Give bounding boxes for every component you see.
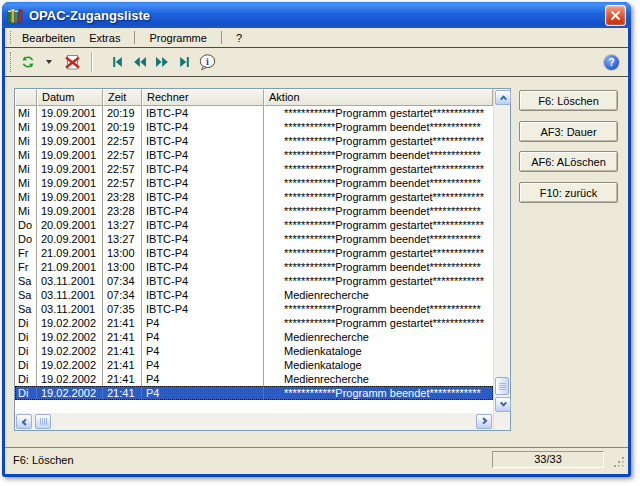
cell-time: 13:27: [103, 218, 142, 232]
refresh-button[interactable]: [18, 50, 38, 74]
refresh-dropdown-button[interactable]: [40, 50, 60, 74]
cell-action: Medienrecherche: [264, 330, 493, 344]
cell-time: 20:19: [103, 120, 142, 134]
f10-zurueck-button[interactable]: F10: zurück: [519, 182, 618, 203]
column-header-aktion[interactable]: Aktion: [264, 89, 493, 106]
table-row[interactable]: Mi19.09.200122:57IBTC-P4************Prog…: [15, 176, 493, 190]
table-row[interactable]: Fr21.09.200113:00IBTC-P4************Prog…: [15, 260, 493, 274]
table-row[interactable]: Do20.09.200113:27IBTC-P4************Prog…: [15, 232, 493, 246]
cell-date: 21.09.2001: [37, 246, 103, 260]
menu-extras[interactable]: Extras: [82, 30, 127, 46]
cell-time: 21:41: [103, 316, 142, 330]
column-header-datum[interactable]: Datum: [37, 89, 103, 106]
menu-bearbeiten[interactable]: Bearbeiten: [15, 30, 82, 46]
horizontal-scroll-thumb[interactable]: [35, 414, 51, 429]
chevron-up-icon: [499, 95, 506, 102]
cell-host: IBTC-P4: [142, 106, 264, 120]
table-row[interactable]: Mi19.09.200123:28IBTC-P4************Prog…: [15, 204, 493, 218]
help-button[interactable]: ?: [604, 55, 619, 70]
cell-day: Mi: [15, 106, 37, 120]
table-row[interactable]: Sa03.11.200107:34IBTC-P4Medienrecherche: [15, 288, 493, 302]
table-row[interactable]: Di19.02.200221:41P4************Programm …: [15, 386, 493, 400]
cell-day: Do: [15, 232, 37, 246]
table-row[interactable]: Fr21.09.200113:00IBTC-P4************Prog…: [15, 246, 493, 260]
cell-day: Mi: [15, 162, 37, 176]
horizontal-scroll-track[interactable]: [33, 414, 475, 429]
column-header-rechner[interactable]: Rechner: [142, 89, 264, 106]
table-row[interactable]: Mi19.09.200122:57IBTC-P4************Prog…: [15, 148, 493, 162]
scroll-down-button[interactable]: [495, 397, 511, 412]
cell-date: 20.09.2001: [37, 232, 103, 246]
cell-host: IBTC-P4: [142, 134, 264, 148]
cell-time: 07:34: [103, 288, 142, 302]
horizontal-scrollbar[interactable]: [15, 413, 493, 430]
scrollbar-corner: [494, 413, 510, 430]
cell-time: 13:27: [103, 232, 142, 246]
cell-day: Mi: [15, 176, 37, 190]
cell-time: 22:57: [103, 134, 142, 148]
next-record-button[interactable]: [152, 50, 172, 74]
cell-action: Medienrecherche: [264, 372, 493, 386]
table-row[interactable]: Mi19.09.200120:19IBTC-P4************Prog…: [15, 106, 493, 120]
f6-loeschen-button[interactable]: F6: Löschen: [519, 90, 618, 111]
cell-action: ************Programm beendet************: [264, 120, 493, 134]
first-record-button[interactable]: [108, 50, 128, 74]
menubar-grip[interactable]: [10, 31, 11, 44]
menu-help[interactable]: ?: [229, 30, 249, 46]
cell-action: ************Programm gestartet**********…: [264, 190, 493, 204]
cell-time: 21:41: [103, 372, 142, 386]
vertical-scroll-thumb[interactable]: [495, 377, 509, 395]
vertical-scrollbar[interactable]: [493, 89, 510, 430]
first-record-icon: [110, 54, 126, 70]
scroll-left-button[interactable]: [16, 414, 32, 429]
table-row[interactable]: Sa03.11.200107:35IBTC-P4************Prog…: [15, 302, 493, 316]
table-row[interactable]: Di19.02.200221:41P4Medienkataloge: [15, 358, 493, 372]
scroll-right-button[interactable]: [476, 414, 492, 429]
delete-record-button[interactable]: [62, 50, 83, 74]
table-row[interactable]: Do20.09.200113:27IBTC-P4************Prog…: [15, 218, 493, 232]
cell-host: P4: [142, 372, 264, 386]
info-button[interactable]: i: [196, 50, 219, 74]
cell-time: 13:00: [103, 260, 142, 274]
cell-date: 19.02.2002: [37, 372, 103, 386]
resize-grip-icon[interactable]: [613, 456, 625, 468]
titlebar[interactable]: OPAC-Zugangsliste: [2, 2, 631, 28]
menu-programme[interactable]: Programme: [142, 30, 213, 46]
table-row[interactable]: Di19.02.200221:41P4************Programm …: [15, 316, 493, 330]
cell-time: 07:35: [103, 302, 142, 316]
app-window: OPAC-Zugangsliste Bearbeiten Extras Prog…: [2, 2, 631, 477]
cell-date: 19.09.2001: [37, 106, 103, 120]
af6-aloeschen-button[interactable]: AF6: ALöschen: [519, 151, 618, 172]
column-header-day[interactable]: [15, 89, 37, 106]
table-row[interactable]: Sa03.11.200107:34IBTC-P4************Prog…: [15, 274, 493, 288]
cell-day: Mi: [15, 148, 37, 162]
cell-host: P4: [142, 330, 264, 344]
vertical-scroll-track[interactable]: [495, 106, 509, 396]
cell-action: ************Programm gestartet**********…: [264, 162, 493, 176]
cell-time: 21:41: [103, 344, 142, 358]
cell-date: 19.02.2002: [37, 344, 103, 358]
cell-date: 03.11.2001: [37, 274, 103, 288]
column-header-zeit[interactable]: Zeit: [103, 89, 142, 106]
table-row[interactable]: Di19.02.200221:41P4Medienkataloge: [15, 344, 493, 358]
af3-dauer-button[interactable]: AF3: Dauer: [519, 121, 618, 142]
last-record-button[interactable]: [174, 50, 194, 74]
close-button[interactable]: [605, 5, 626, 26]
table-row[interactable]: Mi19.09.200120:19IBTC-P4************Prog…: [15, 120, 493, 134]
cell-action: Medienrecherche: [264, 288, 493, 302]
scroll-up-button[interactable]: [495, 90, 511, 105]
cell-date: 19.09.2001: [37, 162, 103, 176]
status-hint: F6: Löschen: [13, 454, 74, 466]
chevron-right-icon: [480, 417, 487, 424]
table-row[interactable]: Di19.02.200221:41P4Medienrecherche: [15, 330, 493, 344]
table-row[interactable]: Mi19.09.200122:57IBTC-P4************Prog…: [15, 162, 493, 176]
cell-date: 19.09.2001: [37, 176, 103, 190]
prev-record-button[interactable]: [130, 50, 150, 74]
toolbar-grip[interactable]: [10, 52, 11, 72]
access-list-grid: Datum Zeit Rechner Aktion Mi19.09.200120…: [14, 88, 511, 431]
cell-host: IBTC-P4: [142, 218, 264, 232]
table-row[interactable]: Di19.02.200221:41P4Medienrecherche: [15, 372, 493, 386]
table-row[interactable]: Mi19.09.200123:28IBTC-P4************Prog…: [15, 190, 493, 204]
cell-day: Fr: [15, 246, 37, 260]
table-row[interactable]: Mi19.09.200122:57IBTC-P4************Prog…: [15, 134, 493, 148]
